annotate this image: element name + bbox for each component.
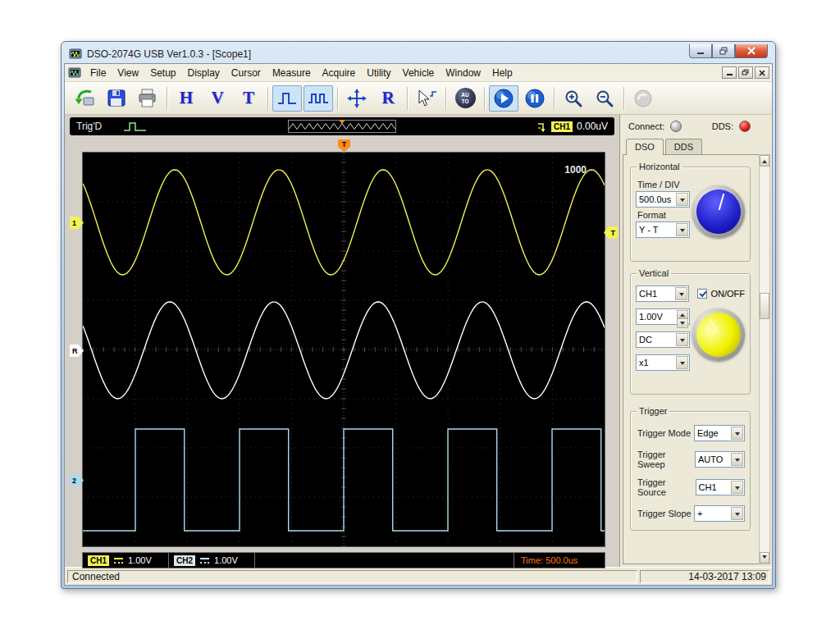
waveform-window-2-button[interactable] <box>304 85 333 112</box>
trigger-sweep-select[interactable]: AUTO <box>695 451 745 468</box>
dds-led <box>739 121 751 132</box>
dropdown-arrow-icon <box>676 356 688 369</box>
auto-setup-button[interactable]: AUTO <box>450 85 480 112</box>
probe-select[interactable]: x1 <box>636 354 690 371</box>
open-icon <box>75 89 96 108</box>
spinner-arrows[interactable] <box>677 310 688 323</box>
status-bar: Connected 14-03-2017 13:09 <box>65 567 772 585</box>
horizontal-cursor-button[interactable]: H <box>171 85 201 112</box>
tab-dso[interactable]: DSO <box>626 139 664 155</box>
format-select[interactable]: Y - T <box>636 221 690 238</box>
trigger-source-select[interactable]: CH1 <box>696 479 745 495</box>
ch1-scale-value: 1.00V <box>128 555 152 565</box>
trigger-sweep-label: Trigger Sweep <box>637 450 695 469</box>
run-button[interactable] <box>489 85 518 112</box>
menu-vehicle[interactable]: Vehicle <box>397 66 441 80</box>
open-button[interactable] <box>71 85 100 112</box>
ch1-scale-box: CH1 1.00V <box>82 552 169 568</box>
trigger-position-marker[interactable]: T <box>338 139 350 152</box>
knob-pointer <box>709 317 719 333</box>
sample-readout: 1000 <box>564 164 587 176</box>
menu-cursor[interactable]: Cursor <box>226 66 267 80</box>
scroll-thumb[interactable] <box>760 293 769 319</box>
menu-view[interactable]: View <box>112 66 144 80</box>
menu-window[interactable]: Window <box>440 66 486 80</box>
ch1-badge: CH1 <box>88 555 109 566</box>
zoom-out-button[interactable] <box>590 85 619 112</box>
print-button[interactable] <box>133 85 162 112</box>
trigger-slope-select[interactable]: + <box>694 505 745 522</box>
save-icon <box>106 89 127 108</box>
toolbar: H V T <box>65 82 772 115</box>
mdi-restore-button[interactable] <box>738 66 753 79</box>
ch1-coupling-icon <box>113 557 124 564</box>
toolbar-separator <box>167 87 167 110</box>
waveform-window-1-button[interactable] <box>272 85 302 112</box>
restore-button[interactable] <box>712 44 735 58</box>
connect-led <box>670 121 682 132</box>
snapshot-button[interactable] <box>628 85 658 112</box>
dropdown-arrow-icon <box>676 193 688 206</box>
trigger-level-marker[interactable]: T <box>604 226 618 239</box>
mdi-close-button[interactable] <box>755 66 769 79</box>
dropdown-arrow-icon <box>731 481 743 494</box>
auto-setup-icon: AUTO <box>455 88 476 108</box>
menu-measure[interactable]: Measure <box>267 66 317 80</box>
coupling-select[interactable]: DC <box>636 331 690 348</box>
vertical-group: Vertical CH1 ON/OFF 1 <box>630 273 751 395</box>
trigger-mode-label: Trigger Mode <box>637 428 691 438</box>
scroll-up-button[interactable] <box>760 155 769 167</box>
auto-scale-button[interactable] <box>342 85 372 112</box>
title-bar[interactable]: DSO-2074G USB Ver1.0.3 - [Scope1] <box>64 44 773 63</box>
toolbar-separator <box>445 87 446 110</box>
ch2-coupling-icon <box>199 557 210 564</box>
save-button[interactable] <box>102 85 131 112</box>
scope-screen[interactable]: 1000 1 R 2 T T <box>82 152 605 547</box>
menu-display[interactable]: Display <box>182 66 226 80</box>
mdi-minimize-button[interactable] <box>722 66 737 79</box>
menu-file[interactable]: File <box>84 66 112 80</box>
ref-position-marker[interactable]: R <box>70 345 84 357</box>
trigger-cursor-button[interactable]: T <box>234 85 263 112</box>
menu-setup[interactable]: Setup <box>144 66 181 80</box>
cursor-arrow-icon <box>416 89 437 108</box>
print-icon <box>137 89 158 108</box>
menu-acquire[interactable]: Acquire <box>317 66 362 80</box>
menu-utility[interactable]: Utility <box>361 66 396 80</box>
channel-select[interactable]: CH1 <box>636 285 689 302</box>
trigger-level-value: 0.00uV <box>577 121 608 132</box>
ch2-position-marker[interactable]: 2 <box>70 474 84 486</box>
horizontal-group-title: Horizontal <box>637 162 682 171</box>
tab-dds[interactable]: DDS <box>665 139 702 154</box>
trigger-channel-badge: CH1 <box>551 121 573 132</box>
ch2-scale-box: CH2 1.00V <box>168 552 255 568</box>
acquisition-preview-bar[interactable] <box>288 120 396 133</box>
control-panel: Connect: DDS: DSO DDS Horizontal Time / … <box>619 115 772 567</box>
close-button[interactable] <box>735 44 768 58</box>
ch1-position-marker[interactable]: 1 <box>70 217 84 229</box>
vertical-cursor-button[interactable]: V <box>203 85 232 112</box>
volts-div-spinner[interactable]: 1.00V <box>636 308 690 325</box>
toolbar-separator <box>407 87 408 110</box>
trigger-mode-select[interactable]: Edge <box>694 425 745 441</box>
horizontal-knob[interactable] <box>692 185 745 238</box>
channel-onoff-checkbox[interactable]: ON/OFF <box>697 289 745 299</box>
pause-button[interactable] <box>520 85 550 112</box>
zoom-in-button[interactable] <box>559 85 588 112</box>
cursor-measure-button[interactable] <box>412 85 441 112</box>
dso-tab-page: Horizontal Time / DIV 500.0us Format Y -… <box>623 154 769 564</box>
vertical-knob[interactable] <box>692 308 745 361</box>
time-div-select[interactable]: 500.0us <box>636 191 690 208</box>
timebase-value: Time: 500.0us <box>521 555 578 565</box>
trigger-level-icon <box>536 121 547 133</box>
knob-pointer <box>719 194 725 211</box>
menu-help[interactable]: Help <box>486 66 518 80</box>
refresh-button[interactable]: R <box>373 85 403 112</box>
panel-scrollbar[interactable] <box>759 154 770 564</box>
trigger-status: Trig'D <box>76 121 102 132</box>
datetime-status: 14-03-2017 13:09 <box>640 570 769 583</box>
minimize-button[interactable] <box>689 44 712 58</box>
dropdown-arrow-icon <box>731 427 743 440</box>
trigger-source-label: Trigger Source <box>637 477 696 497</box>
scroll-down-button[interactable] <box>760 552 769 564</box>
